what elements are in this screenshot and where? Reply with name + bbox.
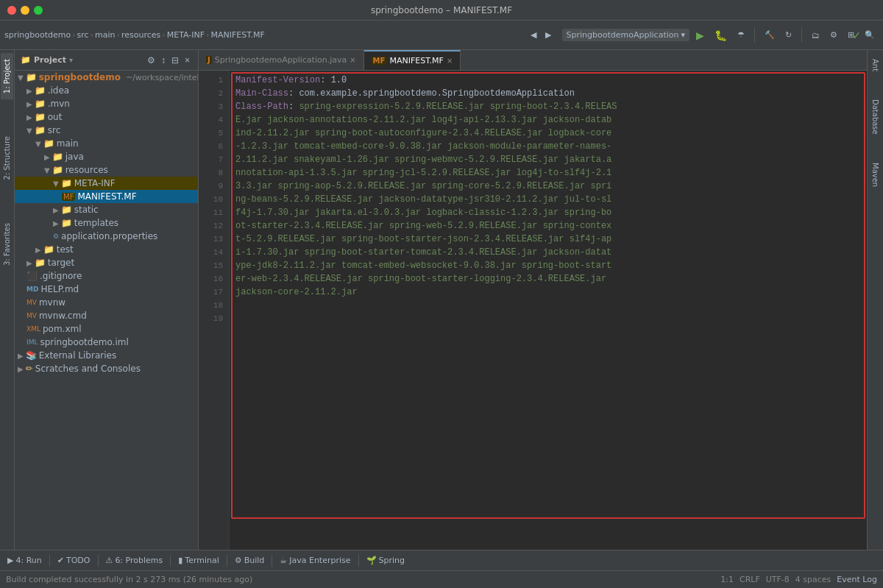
sidebar-item-project[interactable]: 1: Project — [1, 53, 13, 99]
maximize-light[interactable] — [34, 6, 43, 15]
indent-indicator[interactable]: 4 spaces — [795, 575, 831, 584]
tree-item-idea[interactable]: ▶ 📁 .idea — [15, 84, 198, 97]
tree-item-pom-xml[interactable]: XML pom.xml — [15, 322, 198, 336]
tree-item-iml[interactable]: IML springbootdemo.iml — [15, 336, 198, 349]
tree-item-help-md[interactable]: MD HELP.md — [15, 283, 198, 296]
coverage-button[interactable]: ☂ — [734, 28, 748, 42]
folder-icon: 📁 — [35, 258, 46, 268]
tree-item-label: target — [48, 258, 75, 268]
line-num-10: 10 — [199, 193, 229, 206]
tree-item-label: springbootdemo — [39, 72, 121, 82]
tree-item-src[interactable]: ▼ 📁 src — [15, 124, 198, 137]
breadcrumb-part-2[interactable]: main — [95, 30, 115, 40]
run-config-dropdown[interactable]: SpringbootdemoApplication ▾ — [562, 29, 689, 41]
tree-item-target[interactable]: ▶ 📁 target — [15, 256, 198, 269]
code-line-1: Manifest-Version: 1.0 — [235, 74, 861, 87]
tab-close-icon[interactable]: × — [447, 57, 453, 65]
tree-item-root[interactable]: ▼ 📁 springbootdemo ~/workspace/intellij/… — [15, 71, 198, 84]
position-indicator[interactable]: 1:1 — [720, 575, 734, 584]
line-ending-indicator[interactable]: CRLF — [740, 575, 760, 584]
tree-item-mvnw-cmd[interactable]: MV mvnw.cmd — [15, 309, 198, 322]
debug-button[interactable]: 🐛 — [711, 27, 731, 43]
tree-item-mvn[interactable]: ▶ 📁 .mvn — [15, 97, 198, 110]
event-log-btn[interactable]: Event Log — [837, 575, 877, 584]
tree-item-label: templates — [74, 218, 118, 228]
todo-toolbar-btn[interactable]: ✔ TODO — [53, 554, 95, 567]
close-light[interactable] — [7, 6, 16, 15]
line-num-5: 5 — [199, 127, 229, 140]
breadcrumb-part-3[interactable]: resources — [121, 30, 160, 40]
code-line-9: 3.3.jar spring-aop-5.2.9.RELEASE.jar spr… — [235, 180, 861, 193]
editor-text[interactable]: Manifest-Version: 1.0 Main-Class: com.ex… — [230, 71, 867, 550]
editor-content: 1 2 3 4 5 6 7 8 9 10 11 12 13 14 15 16 1… — [199, 71, 867, 550]
folder-icon: 📁 — [61, 218, 72, 228]
sync-button[interactable]: ↻ — [781, 28, 795, 42]
breadcrumb-part-0[interactable]: springbootdemo — [4, 30, 71, 40]
tab-manifest-mf[interactable]: MF MANIFEST.MF × — [364, 50, 461, 70]
tree-header: 📁 Project ▾ ⚙ ↕ ⊟ × — [15, 50, 198, 71]
problems-toolbar-btn[interactable]: ⚠ 6: Problems — [102, 554, 168, 567]
folder-arrow-icon: ▶ — [35, 246, 41, 254]
breadcrumb: springbootdemo › src › main › resources … — [4, 30, 265, 40]
code-line-11: f4j-1.7.30.jar jakarta.el-3.0.3.jar logb… — [235, 206, 861, 219]
sidebar-item-favorites[interactable]: 3: Favorites — [1, 217, 13, 272]
breadcrumb-part-5[interactable]: MANIFEST.MF — [210, 30, 264, 40]
breadcrumb-part-1[interactable]: src — [77, 30, 89, 40]
line-num-14: 14 — [199, 246, 229, 259]
tree-item-application-properties[interactable]: ⚙ application.properties — [15, 230, 198, 243]
tree-item-test[interactable]: ▶ 📁 test — [15, 243, 198, 256]
search-everywhere-button[interactable]: 🔍 — [861, 28, 879, 42]
build-toolbar-btn[interactable]: ⚙ Build — [230, 554, 269, 567]
right-tab-maven[interactable]: Maven — [869, 157, 882, 193]
forward-button[interactable]: ▶ — [542, 28, 555, 42]
tabs-bar: J SpringbootdemoApplication.java × MF MA… — [199, 50, 867, 71]
right-tab-ant[interactable]: Ant — [869, 53, 882, 77]
prop-file-icon: ⚙ — [53, 233, 59, 240]
iml-file-icon: IML — [26, 339, 38, 346]
tree-action-close[interactable]: × — [182, 54, 192, 66]
tree-item-label: HELP.md — [40, 284, 79, 294]
sidebar-item-structure[interactable]: 2: Structure — [1, 130, 13, 185]
run-toolbar-btn[interactable]: ▶ 4: Run — [3, 554, 46, 567]
folder-icon: 📁 — [35, 99, 46, 109]
mvn-file-icon: MV — [26, 299, 37, 306]
tree-title-label: Project — [34, 55, 66, 65]
tree-action-collapse[interactable]: ⊟ — [169, 54, 181, 66]
folder-arrow-icon: ▼ — [18, 74, 24, 82]
tree-item-out[interactable]: ▶ 📁 out — [15, 110, 198, 124]
tab-springbootdemo-application[interactable]: J SpringbootdemoApplication.java × — [199, 50, 364, 70]
settings-button[interactable]: ⚙ — [826, 28, 841, 42]
code-line-10: ng-beans-5.2.9.RELEASE.jar jackson-datat… — [235, 193, 861, 206]
tree-item-meta-inf[interactable]: ▼ 📁 META-INF — [15, 177, 198, 190]
tree-item-static[interactable]: ▶ 📁 static — [15, 203, 198, 216]
build-button[interactable]: 🔨 — [761, 28, 779, 42]
tree-item-gitignore[interactable]: ⬛ .gitignore — [15, 269, 198, 283]
terminal-toolbar-btn[interactable]: ▮ Terminal — [174, 554, 224, 567]
tree-action-sort[interactable]: ↕ — [159, 54, 168, 66]
tree-item-templates[interactable]: ▶ 📁 templates — [15, 216, 198, 230]
project-structure-button[interactable]: 🗂 — [808, 29, 823, 42]
folder-icon: 📁 — [43, 244, 54, 255]
back-button[interactable]: ◀ — [527, 28, 540, 42]
tree-item-scratches[interactable]: ▶ ✏ Scratches and Consoles — [15, 362, 198, 375]
status-right: 1:1 CRLF UTF-8 4 spaces Event Log — [720, 575, 877, 584]
spring-toolbar-btn[interactable]: 🌱 Spring — [362, 554, 410, 567]
tree-item-java[interactable]: ▶ 📁 java — [15, 150, 198, 163]
tree-item-mvnw[interactable]: MV mvnw — [15, 296, 198, 309]
right-tab-database[interactable]: Database — [869, 93, 882, 141]
tab-label: MANIFEST.MF — [389, 56, 443, 65]
minimize-light[interactable] — [21, 6, 29, 15]
java-enterprise-toolbar-btn[interactable]: ☕ Java Enterprise — [275, 554, 355, 567]
tree-item-manifest[interactable]: MF MANIFEST.MF — [15, 190, 198, 203]
tree-item-main[interactable]: ▼ 📁 main — [15, 137, 198, 150]
run-button[interactable]: ▶ — [692, 27, 708, 43]
tree-action-settings[interactable]: ⚙ — [145, 54, 157, 66]
encoding-indicator[interactable]: UTF-8 — [766, 575, 790, 584]
editor-area: J SpringbootdemoApplication.java × MF MA… — [199, 50, 867, 550]
tree-item-resources[interactable]: ▼ 📁 resources — [15, 163, 198, 177]
java-enterprise-label: Java Enterprise — [289, 556, 350, 565]
tab-close-icon[interactable]: × — [350, 56, 355, 64]
tree-item-external-libraries[interactable]: ▶ 📚 External Libraries — [15, 349, 198, 362]
tab-java-icon: J — [206, 56, 212, 64]
breadcrumb-part-4[interactable]: META-INF — [167, 30, 205, 40]
